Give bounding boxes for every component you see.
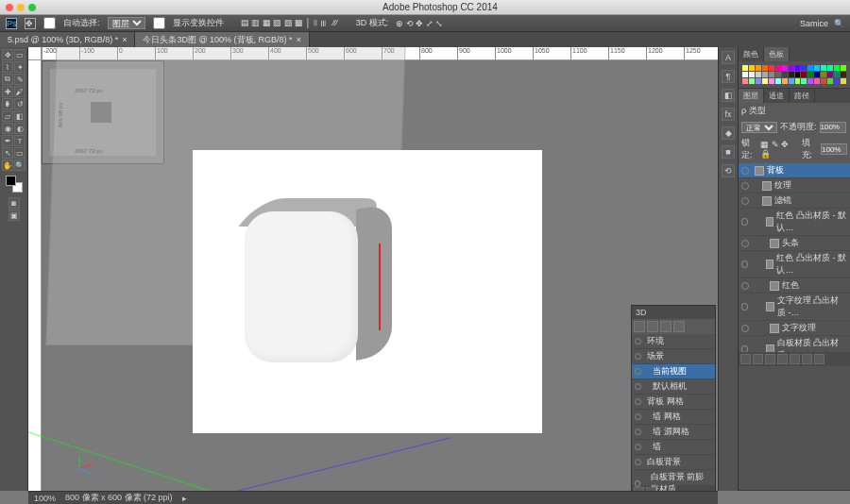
layer-row[interactable]: 纹理 [739,178,850,193]
swatch[interactable] [756,65,761,71]
heal-tool[interactable]: ✚ [2,86,13,97]
pen-tool[interactable]: ✒ [2,135,13,146]
swatch[interactable] [795,72,801,77]
maximize-icon[interactable] [28,4,36,11]
dodge-tool[interactable]: ◐ [14,123,26,134]
ruler-origin[interactable] [28,47,42,60]
swatch[interactable] [801,72,807,77]
3d-axis-widget[interactable] [66,455,94,483]
doc-info[interactable]: 800 像素 x 600 像素 (72 ppi) [65,492,173,504]
swatch[interactable] [834,65,840,71]
hand-tool[interactable]: ✋ [2,160,13,171]
align-icons[interactable]: ▤ ▥ ▦ ▧ ▨ ▩ │ ⫴ ⫼ ⫻ [241,18,339,28]
visibility-icon[interactable] [741,325,749,332]
swatch[interactable] [841,78,846,84]
screenmode-icon[interactable]: ▣ [8,210,20,221]
swatch[interactable] [756,78,761,84]
layer-row[interactable]: 文字纹理 [739,321,850,336]
swatch[interactable] [782,78,788,84]
swatch[interactable] [841,65,846,71]
3d-scene-list[interactable]: 环境场景当前视图默认相机背板 网格墙 网格墙 源网格墙白板背景白板背景 前膨胀材… [632,334,715,485]
panel-tab-layers[interactable]: 图层 [739,89,764,103]
panel-tab-paths[interactable]: 路径 [790,89,815,103]
swatch[interactable] [782,72,788,77]
swatch-grid[interactable] [742,65,846,84]
swatch[interactable] [742,65,748,71]
panel-toggle-icon[interactable]: ⟲ [722,164,735,177]
3d-mode-icons[interactable]: ⊕ ⟲ ✥ ⤢ ⤡ [396,19,443,28]
adjust-icon[interactable] [777,354,788,364]
swatch[interactable] [821,78,826,84]
3d-object[interactable] [245,211,377,372]
swatch[interactable] [762,78,768,84]
swatch[interactable] [749,78,755,84]
3d-panel[interactable]: 3D 环境场景当前视图默认相机背板 网格墙 网格墙 源网格墙白板背景白板背景 前… [631,305,716,500]
show-transform-checkbox[interactable] [153,17,165,29]
visibility-icon[interactable] [741,282,749,290]
swatch[interactable] [808,65,813,71]
swatch[interactable] [827,65,833,71]
panel-tab-channels[interactable]: 通道 [764,89,790,103]
layer-row[interactable]: 红色 [739,278,850,294]
layer-row[interactable]: 白板材质 凸出材质 -… [739,336,850,352]
visibility-icon[interactable] [635,428,641,435]
filter-mesh-icon[interactable] [647,321,658,332]
3d-scene-row[interactable]: 默认相机 [632,379,715,395]
wand-tool[interactable]: ✦ [14,61,26,73]
ps-logo-icon[interactable]: Ps [6,18,17,29]
swatch[interactable] [841,72,846,77]
layer-row[interactable]: 背板 [739,163,850,178]
swatch[interactable] [795,78,801,84]
swatch[interactable] [769,72,774,77]
3d-scene-row[interactable]: 墙 [632,440,715,455]
visibility-icon[interactable] [741,182,749,190]
zoom-level[interactable]: 100% [34,494,56,503]
swatch[interactable] [814,65,820,71]
panel-toggle-icon[interactable]: ◆ [722,126,735,140]
chevron-right-icon[interactable]: ▸ [182,494,187,503]
visibility-icon[interactable] [635,368,641,375]
link-icon[interactable] [740,354,751,364]
3d-scene-row[interactable]: 环境 [632,334,715,349]
close-icon[interactable] [6,4,13,11]
type-tool[interactable]: T [14,135,26,146]
lasso-tool[interactable]: ⌇ [2,61,13,73]
swatch[interactable] [762,72,768,77]
canvas-area[interactable]: -200-10001002003004005006007008009001000… [28,47,718,491]
visibility-icon[interactable] [741,197,749,205]
move-tool[interactable]: ✥ [2,49,13,60]
trash-icon[interactable] [814,354,824,364]
blend-mode-select[interactable]: 正常 [741,122,777,133]
visibility-icon[interactable] [635,338,641,344]
3d-scene-row[interactable]: 当前视图 [632,364,715,379]
visibility-icon[interactable] [635,413,641,420]
swatch[interactable] [801,78,807,84]
swatch[interactable] [749,72,755,77]
swatch[interactable] [789,65,794,71]
swatch[interactable] [795,65,801,71]
filter-material-icon[interactable] [660,321,672,332]
path-tool[interactable]: ↖ [2,147,13,159]
panel-tab-swatches[interactable]: 色板 [764,47,790,61]
panel-toggle-icon[interactable]: fx [722,108,735,121]
filter-light-icon[interactable] [673,321,685,332]
history-brush-tool[interactable]: ↺ [14,98,26,109]
panel-tab-color[interactable]: 颜色 [739,47,764,61]
swatch[interactable] [801,65,807,71]
lock-icons[interactable]: ▦ ✎ ✥ 🔒 [760,140,795,159]
swatch[interactable] [782,65,788,71]
color-swatch[interactable] [6,176,23,193]
visibility-icon[interactable] [635,459,641,465]
close-icon[interactable]: × [297,35,301,44]
swatch[interactable] [769,78,774,84]
brush-tool[interactable]: 🖌 [14,86,26,97]
swatch[interactable] [827,72,833,77]
swatch[interactable] [756,72,761,77]
visibility-icon[interactable] [741,345,748,352]
fill-input[interactable] [821,143,847,155]
gradient-tool[interactable]: ◧ [14,110,26,122]
marquee-tool[interactable]: ▭ [14,49,26,60]
layer-row[interactable]: 红色 凸出材质 - 默认… [739,251,850,278]
visibility-icon[interactable] [635,480,640,487]
swatch[interactable] [749,65,755,71]
